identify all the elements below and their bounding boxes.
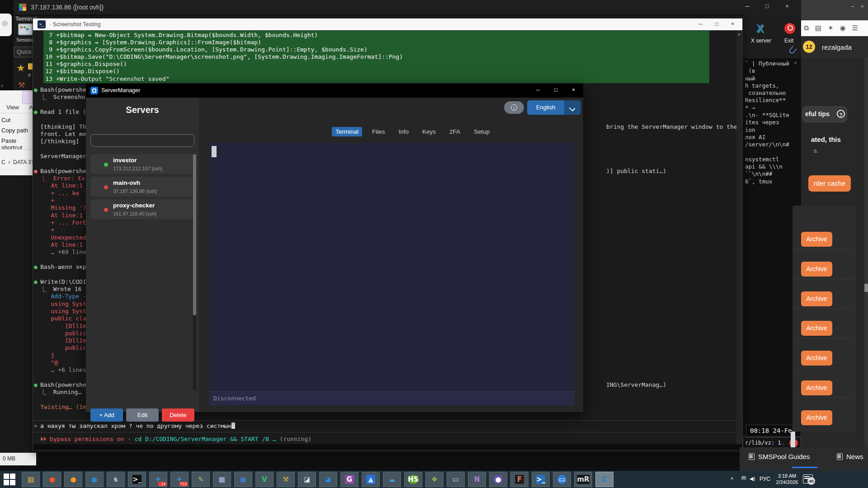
cmd[interactable]: >_: [128, 472, 146, 487]
close-button[interactable]: ×: [861, 4, 863, 9]
scroll-caret-icon[interactable]: ^: [794, 61, 797, 66]
ssh-terminal-panel[interactable]: [209, 143, 575, 391]
tab[interactable]: Terminal: [332, 127, 362, 136]
file-explorer[interactable]: ▤: [22, 472, 40, 487]
browser-title-bar[interactable]: ─ ×: [801, 0, 868, 20]
volume-icon[interactable]: ◀): [750, 476, 755, 482]
sidebar-scrollbar[interactable]: [193, 154, 196, 390]
tab[interactable]: Setup: [470, 127, 493, 136]
archive-button[interactable]: Archive: [801, 321, 832, 336]
calculator[interactable]: ▦: [213, 472, 231, 487]
browser-scrollbar[interactable]: [864, 58, 868, 455]
servermanager-title-bar[interactable]: ServerManager ─ □ ×: [86, 84, 583, 98]
minimize-button[interactable]: ─: [851, 4, 854, 9]
close-button[interactable]: ×: [783, 3, 791, 9]
tab[interactable]: Keys: [419, 127, 439, 136]
remote-title-bar[interactable]: 37.187.136.86 ([root ovh]) ─ □ ×: [14, 0, 801, 15]
paperclip-icon[interactable]: [788, 46, 797, 55]
servermanager[interactable]: C: [595, 472, 613, 487]
useful-tips-pill[interactable]: eful tips ?: [802, 106, 847, 122]
v-app[interactable]: V: [255, 472, 274, 487]
server-search-input[interactable]: [90, 134, 194, 147]
minimize-button[interactable]: ─: [743, 3, 751, 9]
menu-item[interactable]: Copy path: [1, 127, 28, 134]
order-cache-button[interactable]: rder cache: [808, 175, 851, 192]
tray-chevron-icon[interactable]: ^: [731, 476, 733, 483]
info-button[interactable]: i: [504, 101, 524, 114]
language-dropdown[interactable]: English: [527, 100, 581, 115]
octopus-app[interactable]: ☁: [383, 472, 401, 487]
proxy-app[interactable]: ♞: [107, 472, 125, 487]
menu-item[interactable]: Cut: [1, 117, 10, 123]
archive-button[interactable]: Archive: [801, 232, 832, 247]
sparkle-icon[interactable]: ✶: [828, 24, 834, 36]
scroll-up-icon[interactable]: ▲: [737, 32, 741, 36]
figma[interactable]: F: [510, 472, 528, 487]
chevron-down-icon[interactable]: [564, 100, 581, 115]
footer-link[interactable]: SMSPool Guides: [749, 453, 810, 460]
start-button[interactable]: [4, 474, 15, 485]
app-window[interactable]: ▣: [234, 472, 252, 487]
exit-power-icon[interactable]: [784, 23, 795, 34]
g-doc-app[interactable]: G: [340, 472, 359, 487]
hs-app[interactable]: HS: [404, 472, 422, 487]
terminal-title-bar[interactable]: >_ · Screenshot Testing ─ □ ×: [33, 19, 742, 30]
server-list-item[interactable]: investor 173.212.212.157 [ssh]: [90, 154, 194, 174]
archive-button[interactable]: Archive: [801, 351, 832, 366]
firefox[interactable]: ●: [64, 472, 82, 487]
tab-view[interactable]: View: [6, 104, 19, 111]
delete-server-button[interactable]: Delete: [162, 408, 194, 422]
menu-icon[interactable]: ☰: [852, 24, 858, 36]
edit-server-button[interactable]: Edit: [126, 408, 159, 422]
close-button[interactable]: ×: [731, 21, 734, 27]
telegram-2[interactable]: ✈ 713: [170, 472, 189, 487]
n-app[interactable]: N: [468, 472, 486, 487]
powershell[interactable]: >_: [532, 472, 550, 487]
footer-link[interactable]: News: [837, 453, 863, 460]
breadcrumb[interactable]: C › DATA 3T: [1, 159, 34, 165]
server-list-item[interactable]: main-ovh 37.187.136.86 [ssh]: [90, 177, 194, 197]
add-server-button[interactable]: + Add: [90, 408, 123, 422]
tab[interactable]: 2FA: [446, 127, 464, 136]
maximize-button[interactable]: □: [554, 87, 557, 93]
github[interactable]: ●: [489, 472, 507, 487]
minimize-button[interactable]: ─: [698, 21, 703, 27]
monitor-app[interactable]: ▭: [447, 472, 465, 487]
shield-icon[interactable]: ◉: [840, 24, 845, 36]
nav-back-icon[interactable]: ←: [768, 439, 775, 446]
mremoteng[interactable]: mR: [574, 472, 592, 487]
server-list-item[interactable]: proxy-checker 161.97.118.40 [ssh]: [90, 199, 194, 219]
archive-button[interactable]: Archive: [801, 262, 832, 277]
archive-button[interactable]: Archive: [801, 410, 832, 425]
wifi-icon[interactable]: ))): [741, 476, 746, 480]
close-button[interactable]: ×: [572, 87, 575, 93]
session-icon[interactable]: [18, 23, 33, 35]
tab[interactable]: Info: [395, 127, 413, 136]
brave[interactable]: ●: [43, 472, 61, 487]
maximize-button[interactable]: □: [763, 3, 771, 9]
db-tool[interactable]: ⚒: [277, 472, 295, 487]
tools-icon[interactable]: ⚒: [18, 80, 25, 90]
language-indicator[interactable]: РУС: [760, 476, 770, 482]
blue-orb-app[interactable]: ◕: [319, 472, 337, 487]
nav-forward-icon[interactable]: →: [778, 439, 785, 446]
minimize-button[interactable]: ─: [536, 87, 540, 93]
photos[interactable]: ▲: [362, 472, 380, 487]
archive-button[interactable]: Archive: [801, 380, 832, 395]
tab-overview-icon[interactable]: ⧉: [804, 24, 809, 36]
notepad-plus-plus[interactable]: ✎: [192, 472, 210, 487]
anydesk[interactable]: ▭: [553, 472, 571, 487]
tray-clock[interactable]: 3:18 AM2/24/2026: [773, 473, 801, 485]
thunderbird[interactable]: ●: [85, 472, 104, 487]
telegram-1[interactable]: ✈ ..14: [149, 472, 167, 487]
back-arrow-icon[interactable]: ‹: [1, 81, 3, 89]
scrollbar[interactable]: ▲ ▼: [736, 31, 742, 450]
xserver-icon[interactable]: X: [756, 22, 764, 35]
maximize-button[interactable]: □: [715, 21, 718, 27]
wallet-icon[interactable]: ▤: [815, 24, 821, 36]
image-viewer[interactable]: ❖: [425, 472, 443, 487]
prompt-input[interactable]: >а нахуя ты запускал хром ? че по другом…: [34, 422, 235, 429]
archive-button[interactable]: Archive: [801, 291, 832, 306]
notes-app[interactable]: ◪: [298, 472, 316, 487]
favorites-star-icon[interactable]: ★: [16, 62, 25, 74]
